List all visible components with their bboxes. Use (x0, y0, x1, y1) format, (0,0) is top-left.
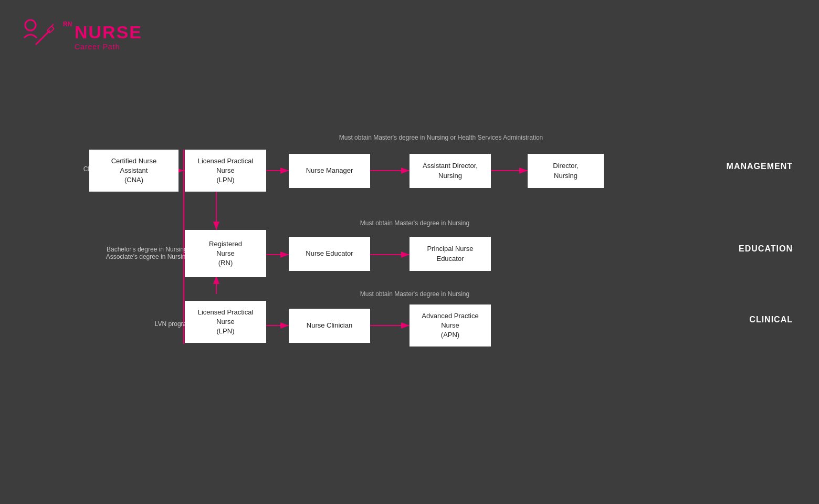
box-asst-director: Assistant Director, Nursing (410, 154, 491, 188)
rn-label: RN (63, 20, 72, 28)
career-label: Career Path (75, 43, 142, 51)
diagram: Must obtain Master's degree in Nursing o… (32, 100, 793, 394)
svg-point-0 (25, 20, 36, 30)
category-clinical: CLINICAL (709, 315, 793, 324)
box-lpn-top: Licensed Practical Nurse (LPN) (185, 150, 266, 192)
nurse-label: NURSE (75, 23, 142, 42)
svg-line-3 (51, 24, 54, 26)
category-management: MANAGEMENT (709, 162, 793, 171)
box-principal-educator: Principal Nurse Educator (410, 237, 491, 271)
bachelor-label: Bachelor's degree in Nursing/ Associate'… (63, 246, 189, 260)
logo-text: RN NURSE Career Path (63, 23, 142, 50)
box-rn: Registered Nurse (RN) (185, 230, 266, 277)
header: RN NURSE Career Path (16, 16, 142, 58)
box-director: Director, Nursing (528, 154, 604, 188)
management-note: Must obtain Master's degree in Nursing o… (257, 134, 625, 141)
box-cna: Certified Nurse Assistant (CNA) (89, 150, 178, 192)
box-apn: Advanced Practice Nurse (APN) (410, 304, 491, 346)
svg-line-1 (36, 30, 50, 45)
box-nurse-manager: Nurse Manager (289, 154, 370, 188)
box-nurse-educator: Nurse Educator (289, 237, 370, 271)
box-lpn-bottom: Licensed Practical Nurse (LPN) (185, 301, 266, 343)
svg-rect-2 (47, 26, 54, 33)
education-note: Must obtain Master's degree in Nursing (284, 219, 546, 227)
box-nurse-clinician: Nurse Clinician (289, 309, 370, 343)
category-education: EDUCATION (709, 244, 793, 254)
logo-icon (16, 16, 58, 58)
clinical-note: Must obtain Master's degree in Nursing (284, 290, 546, 298)
